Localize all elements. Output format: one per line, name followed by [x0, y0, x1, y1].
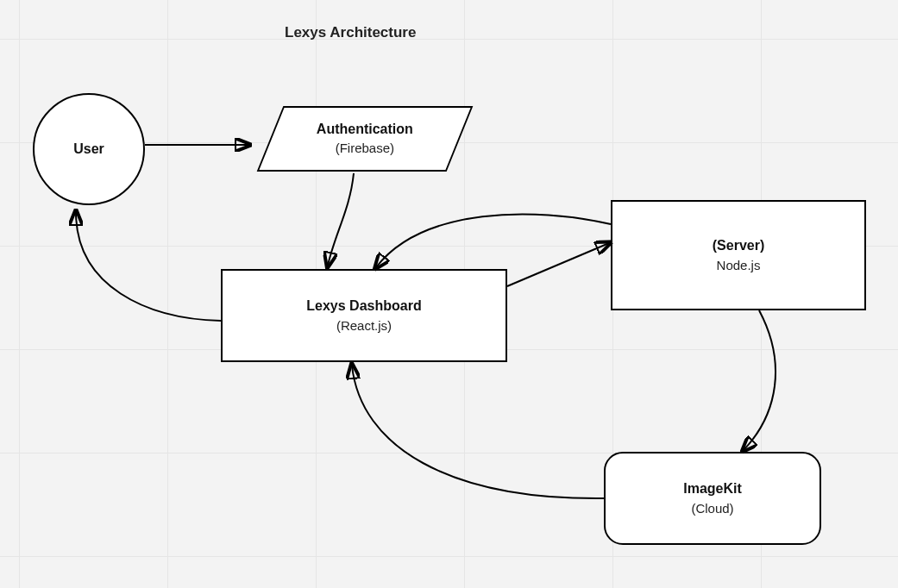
node-server-subtitle: Node.js	[717, 256, 761, 274]
node-dashboard-subtitle: (React.js)	[336, 316, 392, 335]
diagram-title: Lexys Architecture	[285, 24, 416, 41]
node-server-title: (Server)	[713, 236, 764, 255]
node-user: User	[33, 93, 145, 205]
node-dashboard: Lexys Dashboard (React.js)	[221, 269, 507, 362]
node-imagekit: ImageKit (Cloud)	[604, 452, 821, 545]
node-imagekit-subtitle: (Cloud)	[691, 499, 733, 517]
node-auth-title: Authentication	[317, 122, 413, 136]
node-auth-subtitle: (Firebase)	[336, 141, 394, 155]
node-dashboard-title: Lexys Dashboard	[306, 297, 421, 316]
node-auth: Authentication (Firebase)	[257, 106, 474, 172]
node-server: (Server) Node.js	[611, 200, 866, 310]
node-imagekit-title: ImageKit	[683, 479, 742, 498]
node-user-label: User	[73, 140, 104, 159]
